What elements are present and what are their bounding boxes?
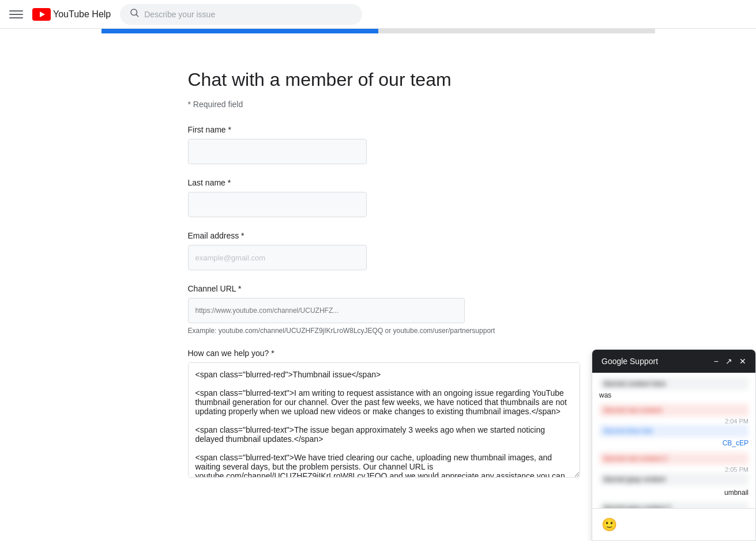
progress-bar-fill: [101, 29, 378, 33]
svg-line-3: [137, 14, 138, 16]
chat-widget: Google Support − ↗ ✕ blurred content her…: [592, 349, 756, 541]
chat-visible-3: umbnail: [724, 489, 749, 497]
chat-bubble-blurred-4: blurred gray content: [599, 473, 749, 486]
chat-bubble-blurred-5: blurred gray content 2: [599, 502, 749, 508]
chat-time-2: 2:05 PM: [725, 466, 749, 473]
progress-bar-container: [101, 29, 655, 33]
chat-message-1: blurred content here was: [599, 377, 749, 399]
chat-header: Google Support − ↗ ✕: [592, 350, 755, 373]
chat-bubble-blurred-3: blurred red content 2: [599, 452, 749, 465]
first-name-input[interactable]: [188, 139, 367, 164]
help-group: How can we help you? * <span class="blur…: [188, 349, 569, 480]
channel-url-group: Channel URL * Example: youtube.com/chann…: [188, 284, 569, 335]
first-name-label: First name *: [188, 125, 569, 134]
site-title: YouTube Help: [53, 9, 111, 20]
chat-messages-area[interactable]: blurred content here was blurred red con…: [592, 373, 755, 508]
chat-time-1: 2:04 PM: [725, 418, 749, 425]
email-group: Email address *: [188, 231, 569, 270]
chat-bubble-blurred-2: blurred red content: [599, 404, 749, 417]
channel-url-input[interactable]: [188, 298, 465, 323]
help-label: How can we help you? *: [188, 349, 569, 358]
search-bar[interactable]: [120, 4, 362, 25]
chat-minimize-button[interactable]: −: [714, 357, 719, 365]
channel-url-hint: Example: youtube.com/channel/UCUZHFZ9jIK…: [188, 327, 534, 335]
chat-visible-2: CB_cEP: [723, 439, 749, 447]
chat-visible-1: was: [599, 391, 611, 399]
chat-bubble-blurred-blue-2: blurred blue link: [599, 425, 749, 437]
chat-header-icons: − ↗ ✕: [714, 357, 746, 365]
emoji-button[interactable]: 🙂: [601, 517, 617, 532]
chat-close-button[interactable]: ✕: [739, 357, 746, 365]
search-icon: [129, 7, 140, 21]
chat-message-4: blurred gray content 2 2:05 PM blurred b…: [599, 502, 749, 508]
youtube-logo-icon: [32, 8, 51, 21]
youtube-help-logo: YouTube Help: [32, 8, 111, 21]
header: YouTube Help: [0, 0, 756, 29]
chat-message-2: blurred red content 2:04 PM blurred blue…: [599, 404, 749, 448]
first-name-group: First name *: [188, 125, 569, 164]
email-input[interactable]: [188, 245, 367, 270]
page-container: Chat with a member of our team * Require…: [101, 29, 655, 541]
chat-message-3: blurred red content 2 2:05 PM blurred gr…: [599, 452, 749, 497]
chat-title: Google Support: [601, 357, 658, 366]
last-name-input[interactable]: [188, 192, 367, 217]
svg-point-2: [131, 9, 137, 16]
help-textarea[interactable]: <span class="blurred-red">Thumbnail issu…: [188, 362, 580, 478]
last-name-label: Last name *: [188, 178, 569, 187]
chat-maximize-button[interactable]: ↗: [725, 357, 732, 365]
channel-url-label: Channel URL *: [188, 284, 569, 293]
form-title: Chat with a member of our team: [188, 69, 569, 90]
last-name-group: Last name *: [188, 178, 569, 217]
chat-bubble-blurred-1: blurred content here: [599, 377, 749, 390]
required-note: * Required field: [188, 100, 569, 109]
menu-icon[interactable]: [9, 7, 23, 21]
email-label: Email address *: [188, 231, 569, 240]
chat-footer: 🙂: [592, 508, 755, 540]
search-input[interactable]: [144, 10, 353, 19]
